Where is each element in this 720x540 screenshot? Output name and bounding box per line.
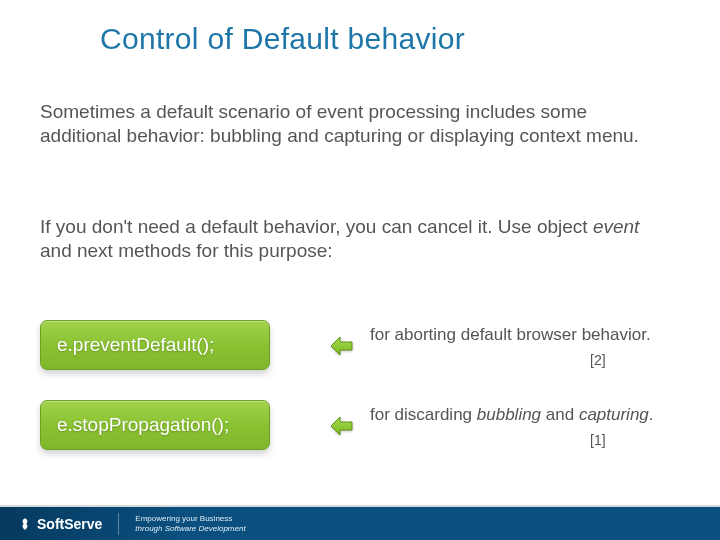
desc1-text: for aborting default browser behavior. <box>370 325 651 344</box>
footer-inner: SoftServe Empowering your Business throu… <box>0 507 720 540</box>
arrow-left-icon <box>330 414 354 438</box>
arrow-left-icon <box>330 334 354 358</box>
page-title: Control of Default behavior <box>100 22 465 56</box>
para2-italic: event <box>593 216 639 237</box>
brand-name: SoftServe <box>37 516 102 532</box>
intro-paragraph-1: Sometimes a default scenario of event pr… <box>40 100 650 148</box>
ref-stoppropagation: [1] <box>590 432 606 450</box>
method-desc-preventdefault: for aborting default browser behavior. [… <box>370 324 670 345</box>
desc2-m: and <box>541 405 579 424</box>
method-desc-stoppropagation: for discarding bubbling and capturing. [… <box>370 404 670 425</box>
intro-paragraph-2: If you don't need a default behavior, yo… <box>40 215 650 263</box>
desc2-a: for discarding <box>370 405 477 424</box>
method-row-preventdefault: e.preventDefault(); for aborting default… <box>40 320 270 370</box>
footer-tagline: Empowering your Business through Softwar… <box>135 514 245 532</box>
tagline-line-2: through Software Development <box>135 524 245 533</box>
desc2-b: . <box>649 405 654 424</box>
footer-divider <box>118 513 119 535</box>
method-pill-preventdefault: e.preventDefault(); <box>40 320 270 370</box>
para2-part-a: If you don't need a default behavior, yo… <box>40 216 593 237</box>
ref-preventdefault: [2] <box>590 352 606 370</box>
desc2-i1: bubbling <box>477 405 541 424</box>
method-pill-stoppropagation: e.stopPropagation(); <box>40 400 270 450</box>
tagline-line-1: Empowering your Business <box>135 514 245 523</box>
para2-part-b: and next methods for this purpose: <box>40 240 333 261</box>
slide: Control of Default behavior Sometimes a … <box>0 0 720 540</box>
method-row-stoppropagation: e.stopPropagation(); for discarding bubb… <box>40 400 270 450</box>
brand-logo: SoftServe <box>18 516 102 532</box>
footer-bar: SoftServe Empowering your Business throu… <box>0 505 720 540</box>
desc2-i2: capturing <box>579 405 649 424</box>
logo-mark-icon <box>18 517 32 531</box>
